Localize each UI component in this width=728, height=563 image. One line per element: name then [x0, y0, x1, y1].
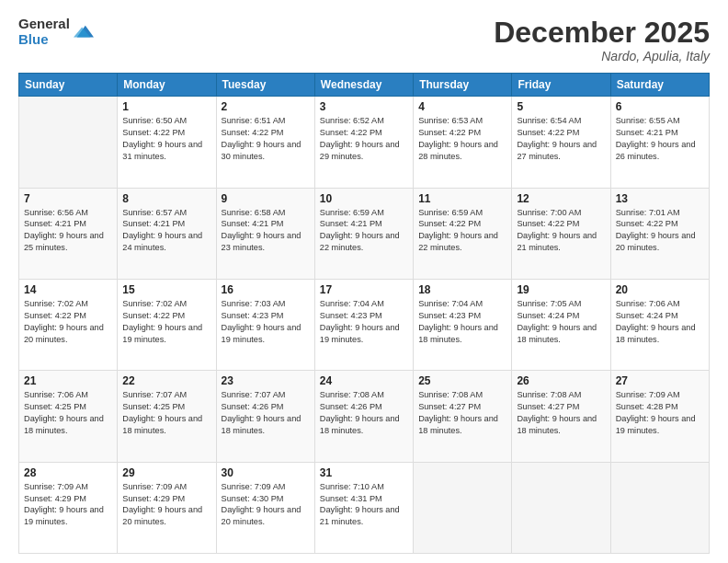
calendar-week-4: 28Sunrise: 7:09 AM Sunset: 4:29 PM Dayli… [19, 462, 710, 553]
calendar-cell: 16Sunrise: 7:03 AM Sunset: 4:23 PM Dayli… [216, 279, 314, 370]
calendar-week-3: 21Sunrise: 7:06 AM Sunset: 4:25 PM Dayli… [19, 371, 710, 462]
day-number: 24 [320, 374, 408, 387]
day-info: Sunrise: 7:08 AM Sunset: 4:26 PM Dayligh… [320, 389, 408, 437]
calendar-cell: 31Sunrise: 7:10 AM Sunset: 4:31 PM Dayli… [314, 462, 413, 553]
calendar-header-row: Sunday Monday Tuesday Wednesday Thursday… [19, 74, 710, 97]
day-info: Sunrise: 7:00 AM Sunset: 4:22 PM Dayligh… [517, 207, 605, 255]
day-info: Sunrise: 7:09 AM Sunset: 4:29 PM Dayligh… [24, 481, 112, 529]
day-info: Sunrise: 7:03 AM Sunset: 4:23 PM Dayligh… [222, 298, 310, 346]
calendar-cell: 24Sunrise: 7:08 AM Sunset: 4:26 PM Dayli… [314, 371, 413, 462]
day-number: 9 [222, 192, 310, 205]
day-info: Sunrise: 7:06 AM Sunset: 4:25 PM Dayligh… [24, 389, 112, 437]
calendar-cell: 23Sunrise: 7:07 AM Sunset: 4:26 PM Dayli… [216, 371, 314, 462]
day-number: 14 [24, 283, 112, 296]
day-number: 26 [517, 374, 605, 387]
day-number: 13 [616, 192, 704, 205]
calendar-cell: 21Sunrise: 7:06 AM Sunset: 4:25 PM Dayli… [19, 371, 118, 462]
day-number: 27 [616, 374, 704, 387]
day-number: 1 [122, 100, 210, 113]
day-info: Sunrise: 6:50 AM Sunset: 4:22 PM Dayligh… [122, 115, 210, 163]
calendar-cell: 6Sunrise: 6:55 AM Sunset: 4:21 PM Daylig… [610, 97, 709, 188]
day-info: Sunrise: 7:09 AM Sunset: 4:29 PM Dayligh… [122, 481, 210, 529]
logo-icon [74, 22, 94, 42]
day-info: Sunrise: 7:04 AM Sunset: 4:23 PM Dayligh… [320, 298, 408, 346]
calendar-cell: 5Sunrise: 6:54 AM Sunset: 4:22 PM Daylig… [512, 97, 610, 188]
day-info: Sunrise: 7:10 AM Sunset: 4:31 PM Dayligh… [320, 481, 408, 529]
day-info: Sunrise: 6:56 AM Sunset: 4:21 PM Dayligh… [24, 207, 112, 255]
day-info: Sunrise: 6:52 AM Sunset: 4:22 PM Dayligh… [320, 115, 408, 163]
day-number: 6 [616, 100, 704, 113]
col-saturday: Saturday [610, 74, 709, 97]
day-number: 29 [122, 466, 210, 479]
calendar-cell: 17Sunrise: 7:04 AM Sunset: 4:23 PM Dayli… [314, 279, 413, 370]
day-info: Sunrise: 6:55 AM Sunset: 4:21 PM Dayligh… [616, 115, 704, 163]
calendar-cell: 18Sunrise: 7:04 AM Sunset: 4:23 PM Dayli… [414, 279, 512, 370]
calendar-cell: 11Sunrise: 6:59 AM Sunset: 4:22 PM Dayli… [414, 188, 512, 279]
day-number: 2 [222, 100, 310, 113]
col-tuesday: Tuesday [216, 74, 314, 97]
header: General Blue December 2025 Nardo, Apulia… [18, 17, 710, 63]
col-monday: Monday [118, 74, 216, 97]
calendar-cell: 12Sunrise: 7:00 AM Sunset: 4:22 PM Dayli… [512, 188, 610, 279]
day-number: 20 [616, 283, 704, 296]
calendar-week-1: 7Sunrise: 6:56 AM Sunset: 4:21 PM Daylig… [19, 188, 710, 279]
calendar-week-0: 1Sunrise: 6:50 AM Sunset: 4:22 PM Daylig… [19, 97, 710, 188]
day-info: Sunrise: 6:59 AM Sunset: 4:22 PM Dayligh… [418, 207, 506, 255]
day-number: 25 [418, 374, 506, 387]
calendar-week-2: 14Sunrise: 7:02 AM Sunset: 4:22 PM Dayli… [19, 279, 710, 370]
day-number: 5 [517, 100, 605, 113]
day-info: Sunrise: 7:05 AM Sunset: 4:24 PM Dayligh… [517, 298, 605, 346]
day-info: Sunrise: 7:02 AM Sunset: 4:22 PM Dayligh… [122, 298, 210, 346]
calendar-cell: 8Sunrise: 6:57 AM Sunset: 4:21 PM Daylig… [118, 188, 216, 279]
calendar-cell: 13Sunrise: 7:01 AM Sunset: 4:22 PM Dayli… [610, 188, 709, 279]
day-number: 16 [222, 283, 310, 296]
day-number: 8 [122, 192, 210, 205]
col-wednesday: Wednesday [314, 74, 413, 97]
calendar-cell: 2Sunrise: 6:51 AM Sunset: 4:22 PM Daylig… [216, 97, 314, 188]
day-number: 31 [320, 466, 408, 479]
location: Nardo, Apulia, Italy [494, 49, 710, 63]
day-number: 4 [418, 100, 506, 113]
day-info: Sunrise: 7:09 AM Sunset: 4:28 PM Dayligh… [616, 389, 704, 437]
calendar-cell: 4Sunrise: 6:53 AM Sunset: 4:22 PM Daylig… [414, 97, 512, 188]
page: General Blue December 2025 Nardo, Apulia… [0, 0, 728, 563]
day-info: Sunrise: 6:54 AM Sunset: 4:22 PM Dayligh… [517, 115, 605, 163]
calendar-cell: 10Sunrise: 6:59 AM Sunset: 4:21 PM Dayli… [314, 188, 413, 279]
calendar-cell: 25Sunrise: 7:08 AM Sunset: 4:27 PM Dayli… [414, 371, 512, 462]
calendar-cell: 20Sunrise: 7:06 AM Sunset: 4:24 PM Dayli… [610, 279, 709, 370]
day-number: 17 [320, 283, 408, 296]
calendar-cell: 22Sunrise: 7:07 AM Sunset: 4:25 PM Dayli… [118, 371, 216, 462]
day-info: Sunrise: 6:53 AM Sunset: 4:22 PM Dayligh… [418, 115, 506, 163]
day-number: 22 [122, 374, 210, 387]
day-info: Sunrise: 7:07 AM Sunset: 4:25 PM Dayligh… [122, 389, 210, 437]
day-info: Sunrise: 7:07 AM Sunset: 4:26 PM Dayligh… [222, 389, 310, 437]
calendar-cell [512, 462, 610, 553]
day-number: 12 [517, 192, 605, 205]
day-info: Sunrise: 6:51 AM Sunset: 4:22 PM Dayligh… [222, 115, 310, 163]
calendar-cell: 27Sunrise: 7:09 AM Sunset: 4:28 PM Dayli… [610, 371, 709, 462]
day-info: Sunrise: 7:04 AM Sunset: 4:23 PM Dayligh… [418, 298, 506, 346]
day-info: Sunrise: 7:08 AM Sunset: 4:27 PM Dayligh… [517, 389, 605, 437]
logo-general-text: General [18, 17, 70, 32]
day-number: 18 [418, 283, 506, 296]
calendar-cell: 7Sunrise: 6:56 AM Sunset: 4:21 PM Daylig… [19, 188, 118, 279]
calendar-cell: 9Sunrise: 6:58 AM Sunset: 4:21 PM Daylig… [216, 188, 314, 279]
day-info: Sunrise: 7:09 AM Sunset: 4:30 PM Dayligh… [222, 481, 310, 529]
day-number: 7 [24, 192, 112, 205]
day-number: 19 [517, 283, 605, 296]
title-block: December 2025 Nardo, Apulia, Italy [494, 17, 710, 63]
calendar-cell: 29Sunrise: 7:09 AM Sunset: 4:29 PM Dayli… [118, 462, 216, 553]
calendar-cell: 14Sunrise: 7:02 AM Sunset: 4:22 PM Dayli… [19, 279, 118, 370]
calendar-cell: 3Sunrise: 6:52 AM Sunset: 4:22 PM Daylig… [314, 97, 413, 188]
day-info: Sunrise: 7:02 AM Sunset: 4:22 PM Dayligh… [24, 298, 112, 346]
day-info: Sunrise: 7:01 AM Sunset: 4:22 PM Dayligh… [616, 207, 704, 255]
day-number: 15 [122, 283, 210, 296]
calendar-cell: 15Sunrise: 7:02 AM Sunset: 4:22 PM Dayli… [118, 279, 216, 370]
calendar-cell: 19Sunrise: 7:05 AM Sunset: 4:24 PM Dayli… [512, 279, 610, 370]
calendar-cell [414, 462, 512, 553]
day-number: 23 [222, 374, 310, 387]
day-info: Sunrise: 6:59 AM Sunset: 4:21 PM Dayligh… [320, 207, 408, 255]
day-number: 30 [222, 466, 310, 479]
calendar-cell [19, 97, 118, 188]
day-number: 3 [320, 100, 408, 113]
